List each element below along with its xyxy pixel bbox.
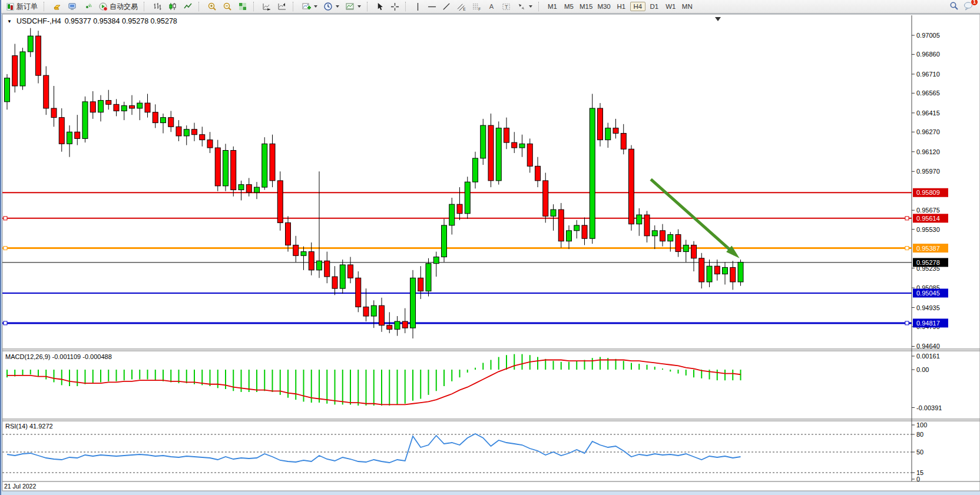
candle xyxy=(535,166,541,181)
candle xyxy=(402,321,408,328)
candle xyxy=(652,231,657,236)
candle xyxy=(262,144,267,187)
candle xyxy=(683,245,688,251)
candle xyxy=(418,278,423,291)
candle xyxy=(723,267,728,274)
candle xyxy=(317,261,322,270)
candle xyxy=(558,210,564,241)
price-tick-label: 0.94935 xyxy=(916,304,940,311)
candle xyxy=(121,106,127,111)
svg-text:-0.00391: -0.00391 xyxy=(916,404,942,411)
macd-indicator-label: MACD(12,26,9) -0.001109 -0.000488 xyxy=(5,353,112,360)
candle xyxy=(20,52,25,86)
chart-quotes: 0.95377 0.95384 0.95278 0.95278 xyxy=(65,17,177,25)
candle xyxy=(36,36,41,75)
candle xyxy=(512,142,517,148)
candle xyxy=(433,257,439,264)
candle xyxy=(200,135,205,140)
candle xyxy=(457,204,462,214)
candle xyxy=(356,278,361,307)
svg-text:0.00161: 0.00161 xyxy=(916,353,940,360)
svg-text:80: 80 xyxy=(916,431,923,438)
svg-text:0: 0 xyxy=(916,476,920,483)
price-tick-label: 0.95675 xyxy=(916,207,940,214)
mt4-window: 新订单 自动交易 xyxy=(0,0,980,495)
chart-title: ▼ USDCHF-,H4 0.95377 0.95384 0.95278 0.9… xyxy=(7,17,177,25)
candle xyxy=(410,278,416,328)
price-tick-label: 0.96120 xyxy=(916,148,940,155)
candle xyxy=(340,265,345,288)
svg-text:0.95387: 0.95387 xyxy=(916,245,940,252)
candle xyxy=(98,101,104,112)
price-tick-label: 0.96860 xyxy=(916,51,940,58)
candle xyxy=(605,128,611,140)
candle xyxy=(231,151,236,190)
candle xyxy=(270,144,275,181)
candle xyxy=(699,258,704,282)
candle xyxy=(395,321,400,329)
candle xyxy=(371,305,376,316)
candle xyxy=(161,118,166,123)
candle xyxy=(496,128,501,181)
price-tick-label: 0.94640 xyxy=(916,343,940,350)
candle xyxy=(223,151,229,186)
candle xyxy=(59,118,64,144)
candle xyxy=(28,36,33,52)
candle xyxy=(574,225,580,231)
candle xyxy=(145,103,150,112)
candle xyxy=(621,133,626,149)
candle xyxy=(637,215,642,224)
candle xyxy=(481,125,486,158)
candle xyxy=(567,231,572,241)
candle xyxy=(551,210,556,216)
candle xyxy=(473,158,478,182)
candle xyxy=(598,108,603,140)
candle xyxy=(363,307,369,316)
candle xyxy=(293,245,299,255)
candle xyxy=(504,128,509,143)
svg-text:0.95045: 0.95045 xyxy=(916,290,940,297)
svg-text:100: 100 xyxy=(916,421,927,428)
svg-text:0.95278: 0.95278 xyxy=(916,259,940,266)
svg-text:0.95809: 0.95809 xyxy=(916,189,940,196)
candle xyxy=(309,252,314,270)
price-tick-label: 0.97005 xyxy=(916,32,940,39)
candle xyxy=(668,235,673,241)
svg-text:0.95614: 0.95614 xyxy=(916,215,940,222)
price-tick-label: 0.96565 xyxy=(916,89,940,97)
candle xyxy=(192,129,197,135)
candle xyxy=(246,185,251,192)
candle xyxy=(543,181,548,216)
candle xyxy=(582,225,587,238)
candle xyxy=(153,112,158,123)
candle xyxy=(5,78,10,102)
candle xyxy=(730,267,736,282)
candle xyxy=(184,129,189,136)
candle xyxy=(44,75,49,108)
candle xyxy=(106,101,111,105)
chart-canvas[interactable]: 0.970050.968600.967100.965650.964150.962… xyxy=(1,0,980,495)
price-tick-label: 0.96710 xyxy=(916,71,940,78)
candle xyxy=(286,222,291,245)
candle xyxy=(82,102,88,139)
candle xyxy=(442,225,447,257)
candle xyxy=(90,102,95,112)
candle xyxy=(325,261,330,277)
candle xyxy=(301,252,306,256)
svg-text:50: 50 xyxy=(916,449,923,456)
candle xyxy=(613,128,618,134)
svg-text:0.00: 0.00 xyxy=(916,366,929,373)
candle xyxy=(465,182,470,214)
candle xyxy=(379,305,385,325)
candle xyxy=(12,56,18,86)
svg-text:0.94817: 0.94817 xyxy=(916,320,940,327)
price-tick-label: 0.96270 xyxy=(916,128,940,135)
collapse-arrow-icon[interactable]: ▼ xyxy=(7,19,12,24)
candle xyxy=(488,125,494,181)
candle xyxy=(387,325,392,330)
candle xyxy=(137,103,143,108)
candle xyxy=(590,108,595,238)
candle xyxy=(714,266,720,274)
candle xyxy=(75,132,80,138)
candle xyxy=(51,108,57,118)
